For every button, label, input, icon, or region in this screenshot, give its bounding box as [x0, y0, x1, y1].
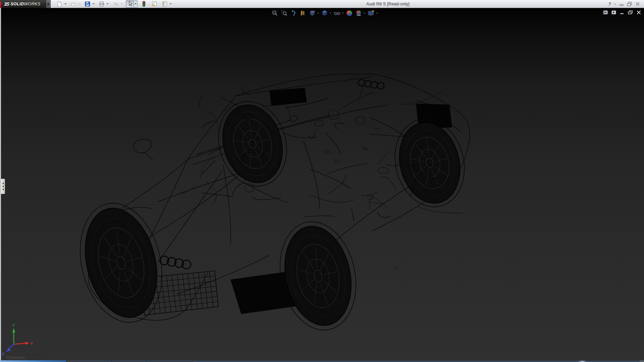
solidworks-wordmark: SOLIDWORKS [10, 2, 40, 6]
file-properties-button[interactable] [150, 0, 158, 8]
open-dropdown[interactable] [77, 0, 81, 8]
open-folder-icon [70, 1, 76, 7]
triad-z-label: Z [2, 352, 4, 356]
options-group [161, 0, 172, 8]
undo-button[interactable] [112, 0, 120, 8]
minimize-window-button[interactable] [619, 2, 624, 6]
taskbar-button[interactable] [67, 360, 111, 362]
window-controls: ? [608, 0, 640, 8]
select-tool-button[interactable] [126, 0, 134, 8]
save-group [84, 0, 95, 8]
restore-window-button[interactable] [627, 2, 632, 6]
select-group [126, 0, 138, 8]
save-dropdown[interactable] [92, 0, 95, 8]
traffic-light-icon [141, 1, 147, 7]
logo-red-stripe [0, 2, 1, 8]
options-button[interactable] [161, 0, 169, 8]
main-toolbar [55, 0, 175, 8]
triad-y-label: Y [12, 324, 15, 327]
new-document-dropdown[interactable] [63, 0, 67, 8]
app-logo: 3S SOLIDWORKS [0, 0, 46, 8]
document-title: Audi R8 S [Read-only] [366, 1, 410, 6]
undo-dropdown[interactable] [120, 0, 123, 8]
menu-expand-button[interactable] [46, 0, 51, 8]
car-wireframe-model [1, 8, 644, 360]
taskbar-glow [578, 360, 587, 362]
help-button[interactable]: ? [608, 1, 611, 7]
new-document-icon [56, 1, 62, 7]
audi-rings-front [160, 256, 191, 269]
options-dropdown[interactable] [169, 0, 172, 8]
save-floppy-icon [85, 1, 91, 7]
options-checklist-icon [162, 1, 168, 7]
rebuild-button[interactable] [140, 0, 148, 8]
taskbar-tray-corner [639, 360, 644, 362]
save-button[interactable] [84, 0, 92, 8]
graphics-viewport[interactable]: Y X Z *Dimetric [0, 8, 644, 360]
print-group [98, 0, 109, 8]
taskbar-strip [194, 360, 639, 362]
titlebar: 3S SOLIDWORKS [0, 0, 644, 8]
expand-arrow-icon [48, 3, 49, 5]
taskbar-button[interactable] [147, 360, 194, 362]
solidworks-3s-logo-icon: 3S [4, 1, 9, 7]
file-properties-group [150, 0, 158, 8]
taskbar-active-button[interactable] [0, 360, 66, 362]
rebuild-group [140, 0, 148, 8]
open-button[interactable] [69, 0, 77, 8]
select-cursor-icon [127, 1, 133, 7]
new-document-button[interactable] [55, 0, 63, 8]
help-dropdown[interactable] [614, 4, 616, 5]
view-orientation-label: *Dimetric [5, 355, 25, 360]
print-dropdown[interactable] [106, 0, 109, 8]
new-document-group [55, 0, 67, 8]
printer-icon [99, 1, 105, 7]
taskbar-button[interactable] [112, 360, 146, 362]
close-window-button[interactable] [635, 2, 640, 6]
windows-taskbar-edge[interactable] [0, 360, 644, 362]
orientation-triad: Y X Z [1, 323, 36, 356]
undo-group [112, 0, 123, 8]
undo-arrow-icon [113, 1, 119, 7]
triad-x-label: X [30, 342, 33, 345]
file-properties-icon [151, 1, 158, 7]
print-button[interactable] [98, 0, 106, 8]
select-tool-dropdown[interactable] [134, 0, 138, 8]
open-group [69, 0, 81, 8]
